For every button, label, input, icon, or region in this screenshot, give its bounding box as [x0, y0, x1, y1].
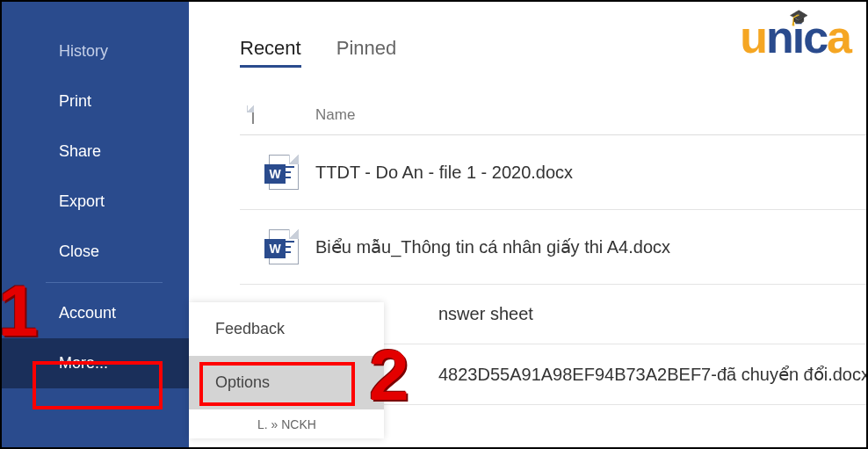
file-row[interactable]: W Biểu mẫu_Thông tin cá nhân giấy thi A4…: [240, 210, 868, 285]
popup-remnant-text: L. » NCKH: [189, 409, 384, 438]
file-name: Biểu mẫu_Thông tin cá nhân giấy thi A4.d…: [315, 236, 868, 257]
sidebar-item-export[interactable]: Export: [2, 177, 189, 227]
file-name: TTDT - Do An - file 1 - 2020.docx: [315, 163, 868, 183]
brand-logo: un🎓ica: [740, 11, 850, 63]
tab-pinned[interactable]: Pinned: [336, 37, 397, 68]
sidebar-item-print[interactable]: Print: [2, 76, 189, 127]
sidebar-item-account[interactable]: Account: [2, 288, 189, 338]
sidebar-item-history[interactable]: History: [2, 26, 189, 76]
sidebar-item-share[interactable]: Share: [2, 127, 189, 177]
list-header: Name: [240, 99, 868, 135]
more-popup-menu: Feedback Options L. » NCKH: [189, 302, 384, 438]
sidebar-item-close[interactable]: Close: [2, 227, 189, 277]
word-document-icon: W: [269, 229, 299, 264]
popup-item-feedback[interactable]: Feedback: [189, 302, 384, 356]
document-icon: [252, 105, 254, 124]
sidebar-separator: [46, 282, 163, 283]
popup-item-options[interactable]: Options: [189, 356, 384, 409]
sidebar-item-more[interactable]: More...: [2, 338, 189, 388]
tab-recent[interactable]: Recent: [240, 37, 301, 68]
file-row[interactable]: W TTDT - Do An - file 1 - 2020.docx: [240, 135, 868, 210]
backstage-sidebar: History Print Share Export Close Account…: [2, 2, 189, 447]
column-name[interactable]: Name: [315, 106, 355, 124]
graduation-cap-icon: 🎓: [789, 8, 807, 27]
word-document-icon: W: [269, 155, 299, 190]
